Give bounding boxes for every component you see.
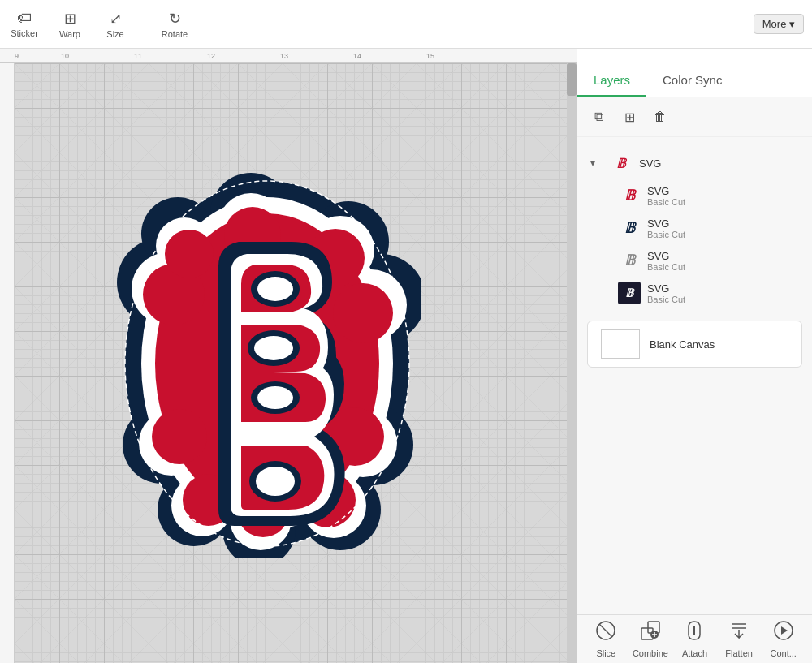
bottom-toolbar: Slice Combine <box>577 614 812 663</box>
svg-point-24 <box>165 230 214 278</box>
rotate-tool[interactable]: ↻ Rotate <box>158 10 191 39</box>
layer-child-1[interactable]: 𝔹 SVG Basic Cut <box>577 179 812 212</box>
layer-child-2-sub: Basic Cut <box>647 230 799 239</box>
ruler-left <box>0 63 15 663</box>
warp-icon: ⊞ <box>64 10 76 28</box>
layer-child-1-name: SVG <box>647 185 799 197</box>
layer-child-2[interactable]: 𝔹 SVG Basic Cut <box>577 212 812 244</box>
ruler-num-13: 13 <box>280 52 288 60</box>
layer-child-2-info: SVG Basic Cut <box>647 217 799 239</box>
rotate-label: Rotate <box>162 29 188 39</box>
slice-icon <box>595 620 616 646</box>
layer-child-4-name: SVG <box>647 282 799 295</box>
more-button[interactable]: More ▾ <box>754 14 804 34</box>
layer-child-2-name: SVG <box>647 217 799 230</box>
cont-icon <box>773 620 794 646</box>
slice-label: Slice <box>596 648 615 658</box>
design-canvas-object[interactable] <box>113 169 421 558</box>
main-content: 9 10 11 12 13 14 15 <box>0 49 812 663</box>
ruler-top: 9 10 11 12 13 14 15 <box>0 49 577 63</box>
svg-line-43 <box>599 624 612 637</box>
combine-icon <box>640 620 661 646</box>
layer-child-4-sub: Basic Cut <box>647 295 799 304</box>
sticker-label: Sticker <box>11 28 38 38</box>
slice-button[interactable]: Slice <box>585 620 626 658</box>
layer-main-svg[interactable]: ▾ 𝔹 SVG <box>577 147 812 179</box>
right-panel: Layers Color Sync ⧉ ⊞ 🗑 ▾ 𝔹 SVG <box>577 49 812 663</box>
svg-point-40 <box>256 467 295 496</box>
layer-child-4[interactable]: 𝔹 SVG Basic Cut <box>577 277 812 309</box>
toolbar-sep <box>145 8 145 41</box>
main-toolbar: 🏷 Sticker ⊞ Warp ⤢ Size ↻ Rotate More ▾ <box>0 0 812 49</box>
tab-color-sync[interactable]: Color Sync <box>646 65 738 97</box>
combine-label: Combine <box>633 648 668 658</box>
layer-main-name: SVG <box>639 157 799 170</box>
ruler-num-12: 12 <box>207 52 215 60</box>
duplicate-button[interactable]: ⧉ <box>585 104 611 130</box>
attach-icon <box>684 620 705 646</box>
svg-point-32 <box>152 409 207 464</box>
layer-child-1-sub: Basic Cut <box>647 197 799 207</box>
layer-child-1-icon: 𝔹 <box>618 184 641 207</box>
blank-canvas-item[interactable]: Blank Canvas <box>587 321 802 368</box>
layer-child-3-info: SVG Basic Cut <box>647 250 799 272</box>
blank-canvas-preview <box>601 329 640 359</box>
delete-button[interactable]: 🗑 <box>647 104 673 130</box>
layer-child-3-sub: Basic Cut <box>647 262 799 272</box>
canvas-content[interactable] <box>15 63 577 663</box>
attach-button[interactable]: Attach <box>674 620 715 658</box>
scrollbar-thumb[interactable] <box>567 63 577 96</box>
attach-label: Attach <box>682 648 707 658</box>
rotate-icon: ↻ <box>169 10 181 28</box>
flatten-label: Flatten <box>725 648 753 658</box>
warp-label: Warp <box>59 29 80 39</box>
layer-group-main: ▾ 𝔹 SVG 𝔹 SVG Basic Cut 𝔹 <box>577 144 812 312</box>
expand-icon[interactable]: ▾ <box>590 157 603 169</box>
layer-main-icon: 𝔹 <box>610 152 633 174</box>
layer-child-4-icon: 𝔹 <box>618 282 641 304</box>
svg-point-27 <box>333 283 393 343</box>
svg-point-39 <box>257 386 293 409</box>
blank-canvas-label: Blank Canvas <box>650 338 715 351</box>
group-button[interactable]: ⊞ <box>616 104 642 130</box>
layer-child-2-icon: 𝔹 <box>618 217 641 239</box>
canvas-scrollbar[interactable] <box>567 63 577 663</box>
tab-layers[interactable]: Layers <box>577 65 646 97</box>
ruler-num-10: 10 <box>61 52 69 60</box>
layer-child-1-info: SVG Basic Cut <box>647 185 799 207</box>
layer-main-info: SVG <box>639 157 799 170</box>
size-tool[interactable]: ⤢ Size <box>99 10 132 39</box>
combine-button[interactable]: Combine <box>630 620 671 658</box>
cont-label: Cont... <box>770 648 796 658</box>
ruler-num-9: 9 <box>15 52 19 60</box>
ruler-num-15: 15 <box>426 52 434 60</box>
svg-point-38 <box>254 336 293 360</box>
size-icon: ⤢ <box>110 10 122 28</box>
cont-button[interactable]: Cont... <box>763 620 804 658</box>
layer-child-3-name: SVG <box>647 250 799 262</box>
canvas-area[interactable]: 9 10 11 12 13 14 15 <box>0 49 577 663</box>
sticker-tool[interactable]: 🏷 Sticker <box>8 10 41 38</box>
panel-toolbar: ⧉ ⊞ 🗑 <box>577 97 812 137</box>
flatten-button[interactable]: Flatten <box>719 620 759 658</box>
flatten-icon <box>728 620 749 646</box>
layers-list: ▾ 𝔹 SVG 𝔹 SVG Basic Cut 𝔹 <box>577 137 812 614</box>
sticker-icon: 🏷 <box>17 10 32 27</box>
svg-point-37 <box>257 277 293 301</box>
panel-tabs: Layers Color Sync <box>577 49 812 97</box>
layer-child-3-icon: 𝔹 <box>618 249 641 272</box>
warp-tool[interactable]: ⊞ Warp <box>54 10 86 39</box>
layer-child-3[interactable]: 𝔹 SVG Basic Cut <box>577 244 812 277</box>
ruler-num-14: 14 <box>353 52 361 60</box>
layer-child-4-info: SVG Basic Cut <box>647 282 799 304</box>
ruler-num-11: 11 <box>134 52 142 60</box>
size-label: Size <box>106 29 123 39</box>
